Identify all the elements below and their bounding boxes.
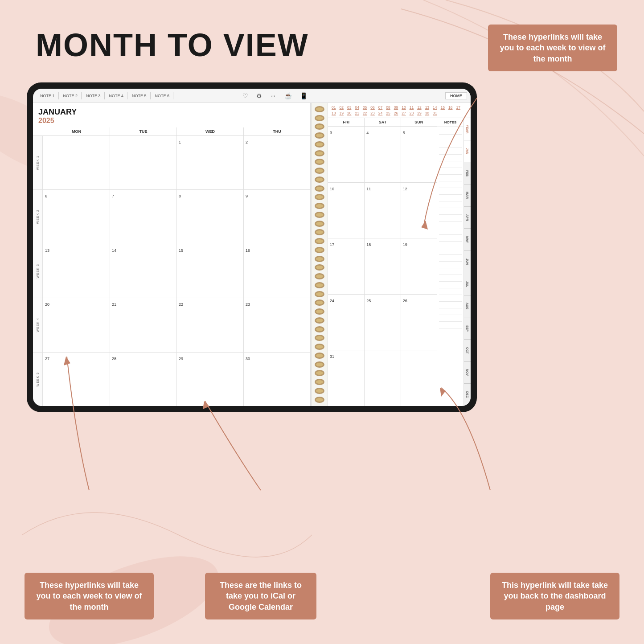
week-row-5: WEEK 5 27 28 29 30: [33, 353, 310, 406]
day-cell: 8: [176, 190, 243, 243]
day-num: 8: [179, 194, 181, 198]
note-line: [439, 209, 462, 215]
spiral-ring: [315, 159, 324, 165]
date-link-21[interactable]: 21: [355, 111, 359, 115]
year-tab-may[interactable]: MAY: [464, 229, 471, 251]
note-line: [439, 242, 462, 248]
day-cell: 9: [243, 190, 310, 243]
date-link-25[interactable]: 25: [386, 111, 390, 115]
spiral-ring: [315, 176, 324, 183]
date-link-06[interactable]: 06: [370, 105, 374, 110]
date-link-17[interactable]: 17: [456, 105, 460, 110]
week-row-2: WEEK 2 6 7 8 9: [33, 190, 310, 244]
cup-icon[interactable]: ☕: [284, 92, 292, 99]
date-link-07[interactable]: 07: [378, 105, 382, 110]
date-link-05[interactable]: 05: [363, 105, 367, 110]
note-line: [439, 142, 462, 148]
day-cell: 21: [110, 298, 176, 352]
year-tab-feb[interactable]: FEB: [464, 162, 471, 185]
spiral-ring: [315, 212, 324, 218]
date-link-09[interactable]: 09: [394, 105, 398, 110]
spiral-ring: [315, 229, 324, 235]
date-link-13[interactable]: 13: [425, 105, 429, 110]
week-row-1: WEEK 1 1 2: [33, 136, 310, 190]
note-tab-5[interactable]: NOTE 5: [128, 92, 151, 99]
date-link-10[interactable]: 10: [402, 105, 406, 110]
week5-label-cell[interactable]: WEEK 5: [33, 353, 43, 406]
r-day-cell: 10: [328, 183, 364, 238]
note-tab-6[interactable]: NOTE 6: [152, 92, 174, 99]
calendar-header: JANUARY 2025: [33, 103, 310, 127]
date-link-29[interactable]: 29: [417, 111, 421, 115]
week3-label-cell[interactable]: WEEK 3: [33, 244, 43, 298]
day-num: 30: [246, 357, 250, 361]
wed-header: WED: [176, 127, 243, 135]
note-tab-2[interactable]: NOTE 2: [60, 92, 82, 99]
phone-icon[interactable]: 📱: [300, 92, 308, 99]
date-link-22[interactable]: 22: [363, 111, 367, 115]
day-num: 2: [246, 140, 248, 144]
top-icons: ♡ ⚙ ↔ ☕ 📱: [242, 92, 308, 99]
week-row-4: WEEK 4 20 21 22 23: [33, 298, 310, 352]
year-tab-apr[interactable]: APR: [464, 207, 471, 229]
year-tab-mar[interactable]: MAR: [464, 185, 471, 207]
date-link-08[interactable]: 08: [386, 105, 390, 110]
date-link-18[interactable]: 18: [332, 111, 336, 115]
note-line: [439, 229, 462, 235]
date-link-28[interactable]: 28: [410, 111, 414, 115]
spiral-ring: [315, 397, 324, 403]
year-tab-sep[interactable]: SEP: [464, 317, 471, 340]
r-day-cell: 24: [328, 295, 364, 350]
note-tab-1[interactable]: NOTE 1: [37, 92, 59, 99]
date-link-19[interactable]: 19: [339, 111, 343, 115]
date-link-03[interactable]: 03: [347, 105, 351, 110]
month-name: JANUARY: [38, 107, 305, 117]
spiral-ring: [315, 379, 324, 385]
year-tab-oct[interactable]: OCT: [464, 340, 471, 362]
date-link-24[interactable]: 24: [378, 111, 382, 115]
date-link-11[interactable]: 11: [410, 105, 414, 110]
year-tab-nov[interactable]: NOV: [464, 362, 471, 384]
date-link-12[interactable]: 12: [417, 105, 421, 110]
year-tab-jun[interactable]: JUN: [464, 251, 471, 273]
tablet-screen: NOTE 1 NOTE 2 NOTE 3 NOTE 4 NOTE 5 NOTE …: [33, 89, 471, 406]
note-line: [439, 202, 462, 208]
day-num: 20: [45, 302, 49, 307]
heart-icon[interactable]: ♡: [242, 92, 248, 99]
gear-icon[interactable]: ⚙: [256, 92, 262, 99]
date-link-04[interactable]: 04: [355, 105, 359, 110]
date-link-15[interactable]: 15: [441, 105, 445, 110]
date-link-01[interactable]: 01: [332, 105, 336, 110]
year-tab-year[interactable]: YEAR: [464, 118, 471, 140]
spiral-ring: [315, 168, 324, 174]
page-title: MONTH TO VIEW: [36, 27, 309, 63]
home-button[interactable]: HOME: [445, 92, 467, 99]
note-line: [439, 189, 462, 195]
date-link-16[interactable]: 16: [448, 105, 452, 110]
note-tab-3[interactable]: NOTE 3: [82, 92, 105, 99]
date-link-02[interactable]: 02: [339, 105, 343, 110]
year-tab-jan[interactable]: JAN: [464, 140, 471, 163]
date-link-27[interactable]: 27: [402, 111, 406, 115]
note-tab-4[interactable]: NOTE 4: [106, 92, 128, 99]
day-cell: 15: [176, 244, 243, 298]
date-link-30[interactable]: 30: [425, 111, 429, 115]
spiral-ring: [315, 317, 324, 324]
date-link-14[interactable]: 14: [433, 105, 437, 110]
year-tab-jul[interactable]: JUL: [464, 273, 471, 295]
sync-icon[interactable]: ↔: [270, 92, 276, 99]
day-num: 9: [246, 194, 248, 198]
day-cell: [43, 136, 110, 189]
date-link-23[interactable]: 23: [370, 111, 374, 115]
left-calendar: JANUARY 2025 MON TUE WED THU WEEK: [33, 103, 311, 406]
date-link-20[interactable]: 20: [347, 111, 351, 115]
date-link-31[interactable]: 31: [433, 111, 437, 115]
year-tab-aug[interactable]: AUG: [464, 295, 471, 318]
date-link-26[interactable]: 26: [394, 111, 398, 115]
week2-label-cell[interactable]: WEEK 2: [33, 190, 43, 243]
note-line: [439, 269, 462, 275]
week4-label-cell[interactable]: WEEK 4: [33, 298, 43, 352]
week1-label-cell[interactable]: WEEK 1: [33, 136, 43, 189]
spiral-ring: [315, 353, 324, 359]
year-tab-dec[interactable]: DEC: [464, 384, 471, 406]
